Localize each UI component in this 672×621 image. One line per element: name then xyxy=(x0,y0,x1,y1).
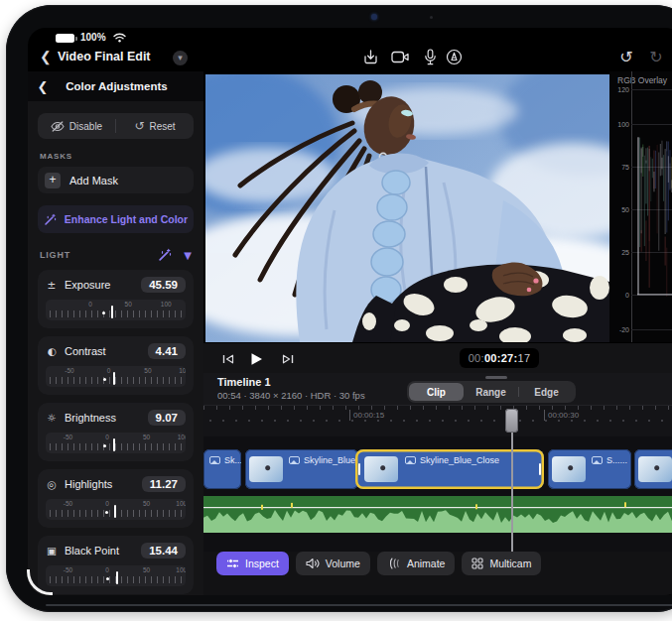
slider-ruler[interactable]: -50050100 xyxy=(46,499,186,520)
slider-value[interactable]: 15.44 xyxy=(141,543,186,559)
mode-clip[interactable]: Clip xyxy=(409,383,464,401)
light-sliders: ± Exposure 45.59 050100 ◐ Contrast 4.41 … xyxy=(38,270,194,595)
scope-tick-label: 25 xyxy=(621,248,629,255)
image-icon xyxy=(405,456,416,464)
light-section-header[interactable]: LIGHT ▼ xyxy=(38,248,194,262)
slider-value[interactable]: 45.59 xyxy=(141,277,186,293)
slider-brightness[interactable]: ☼ Brightness 9.07 -50050100 xyxy=(38,403,194,461)
tool-label: Animate xyxy=(407,558,446,569)
disable-button[interactable]: Disable xyxy=(38,121,115,132)
clip-partial[interactable] xyxy=(634,449,672,489)
battery-percent: 100% xyxy=(80,32,106,43)
add-mask-button[interactable]: + Add Mask xyxy=(38,167,194,193)
slider-ruler[interactable]: -50050100 xyxy=(46,366,186,387)
timeline-drag-handle[interactable] xyxy=(485,376,507,379)
inspect-button[interactable]: Inspect xyxy=(216,552,289,575)
video-preview[interactable] xyxy=(205,71,609,342)
playhead-handle[interactable] xyxy=(505,409,518,433)
multicam-button[interactable]: Multicam xyxy=(462,552,541,575)
clip-name: Skyline_Blue_Wide xyxy=(289,455,358,465)
slider-ruler[interactable]: -50050100 xyxy=(46,565,186,586)
undo-icon[interactable]: ↺ xyxy=(615,46,637,67)
contrast-icon: ◐ xyxy=(46,345,58,357)
black-point-icon: ▣ xyxy=(46,545,58,557)
clip-skyline-blue-wide[interactable]: Skyline_Blue_Wide xyxy=(245,449,358,489)
project-title[interactable]: Video Final Edit xyxy=(58,50,151,63)
masks-section-label: MASKS xyxy=(40,152,192,161)
eye-off-icon xyxy=(51,121,65,132)
clip-thumbnail xyxy=(638,456,672,482)
trim-handle-right[interactable] xyxy=(539,463,541,475)
timeline-section: Timeline 1 00:54 · 3840 × 2160 · HDR · 3… xyxy=(203,373,672,595)
scope-tick-label: -20 xyxy=(619,325,629,332)
slider-highlights[interactable]: ◎ Highlights 11.27 -50050100 xyxy=(38,469,194,528)
slider-value[interactable]: 9.07 xyxy=(148,410,186,426)
scope-tick-label: 120 xyxy=(617,86,629,93)
timecode-display: 00:00:27:17 xyxy=(460,348,539,368)
reset-label: Reset xyxy=(149,121,175,132)
timecode-frames: 17 xyxy=(517,352,530,364)
timeline-ruler[interactable]: 00:00:1500:00:30 xyxy=(203,405,672,436)
mode-range[interactable]: Range xyxy=(464,383,518,401)
enhance-label: Enhance Light and Color xyxy=(65,213,188,225)
auto-enhance-icon[interactable] xyxy=(158,248,172,262)
scope-waveform xyxy=(631,71,672,342)
slider-value[interactable]: 4.41 xyxy=(148,343,186,359)
disable-reset-group: Disable ↺ Reset xyxy=(38,113,194,139)
play-button[interactable] xyxy=(245,348,267,370)
camera-icon[interactable] xyxy=(389,46,411,67)
next-frame-button[interactable] xyxy=(277,348,299,370)
ruler-time-label: 00:00:30 xyxy=(548,411,579,420)
back-icon[interactable]: ❮ xyxy=(40,49,52,64)
clip-s-[interactable]: S...... xyxy=(548,449,631,489)
trim-handle-left[interactable] xyxy=(358,463,360,475)
inspect-icon xyxy=(226,558,239,569)
slider-black-point[interactable]: ▣ Black Point 15.44 -50050100 xyxy=(38,536,194,594)
slider-ruler[interactable]: 050100 xyxy=(46,300,186,320)
brightness-icon: ☼ xyxy=(46,412,58,424)
panel-back-icon[interactable]: ❮ xyxy=(28,79,58,94)
rgb-overlay-scope: RGB Overlay 1201007550250-20 xyxy=(609,71,672,342)
tool-label: Multicam xyxy=(489,558,531,569)
slider-contrast[interactable]: ◐ Contrast 4.41 -50050100 xyxy=(38,336,194,395)
ruler-time-label: 00:00:15 xyxy=(353,411,384,420)
animate-button[interactable]: Animate xyxy=(377,552,456,575)
mode-edge[interactable]: Edge xyxy=(519,383,574,401)
slider-ruler[interactable]: -50050100 xyxy=(46,433,186,453)
slider-value[interactable]: 11.27 xyxy=(142,476,186,492)
scope-tick-label: 75 xyxy=(621,163,629,170)
add-mask-label: Add Mask xyxy=(69,175,118,186)
slider-exposure[interactable]: ± Exposure 45.59 050100 xyxy=(38,270,194,328)
timecode-minsec: 00:27: xyxy=(484,352,518,364)
slider-label: Brightness xyxy=(65,412,141,424)
timecode-hours: 00: xyxy=(469,352,484,364)
clip-thumbnail xyxy=(364,456,398,482)
title-chevron-icon[interactable]: ▾ xyxy=(173,51,188,65)
previous-frame-button[interactable] xyxy=(217,348,239,370)
tool-label: Inspect xyxy=(245,558,279,569)
clip-skyline-blue-close[interactable]: Skyline_Blue_Close xyxy=(355,449,544,489)
ipad-device: 100% ❮ Video Final Edit ▾ xyxy=(6,5,672,612)
import-icon[interactable] xyxy=(359,46,381,67)
audio-track[interactable] xyxy=(203,496,672,533)
enhance-light-color-button[interactable]: Enhance Light and Color xyxy=(38,205,194,233)
reset-icon: ↺ xyxy=(134,119,144,133)
volume-button[interactable]: Volume xyxy=(296,552,370,575)
pencil-icon[interactable] xyxy=(443,46,465,67)
front-camera xyxy=(371,14,377,20)
collapse-chevron-icon[interactable]: ▼ xyxy=(184,250,192,261)
scope-tick-label: 100 xyxy=(617,120,629,127)
redo-icon[interactable]: ↻ xyxy=(645,46,667,67)
clip-sk-[interactable]: Sk...... xyxy=(203,449,241,489)
mic-icon[interactable] xyxy=(419,46,441,67)
exposure-icon: ± xyxy=(46,279,58,291)
image-icon xyxy=(592,456,603,464)
timeline-toolbar: InspectVolumeAnimateMulticam xyxy=(216,552,541,575)
tool-label: Volume xyxy=(326,558,360,569)
timeline-name: Timeline 1 xyxy=(217,376,271,388)
reset-button[interactable]: ↺ Reset xyxy=(116,119,194,133)
wifi-icon xyxy=(113,33,126,43)
slider-label: Highlights xyxy=(65,478,135,490)
timeline-tracks: Sk......Skyline_Blue_WideSkyline_Blue_Cl… xyxy=(203,436,672,552)
slider-label: Exposure xyxy=(65,279,134,291)
